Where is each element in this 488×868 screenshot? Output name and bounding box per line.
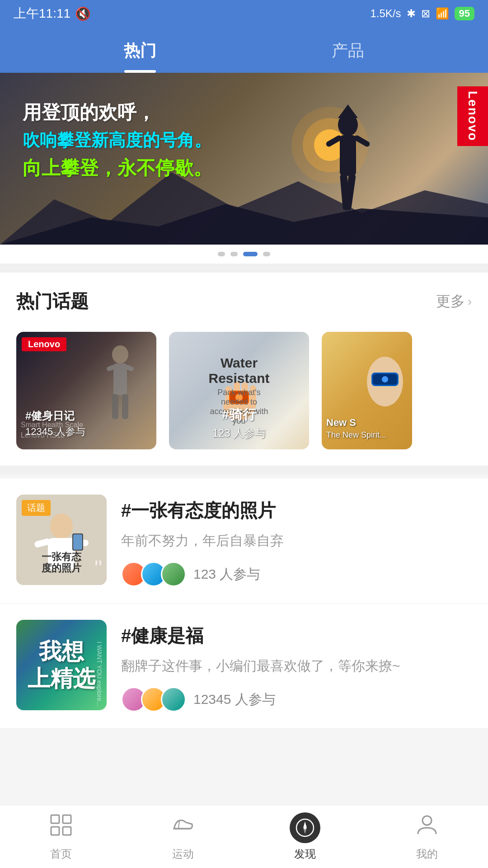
card1-count: 12345 人参与 [25,425,85,439]
person-silhouette [307,100,389,245]
avatar-3 [161,561,186,587]
svg-point-28 [382,376,388,382]
fitness-person-icon [93,341,147,431]
time-display: 上午11:11 [14,5,70,22]
svg-rect-14 [112,394,118,419]
nav-label-sport: 运动 [172,847,194,861]
avatar-6 [161,687,186,712]
svg-rect-11 [113,363,127,395]
card3-new-text: New SThe New Spirit... [326,417,386,440]
card2-count: 123 人参与 [212,426,266,440]
topic-card-new[interactable]: New SThe New Spirit... [322,332,412,449]
thumb-2-main-text: 我想上精选 [28,638,95,692]
topic-info-2: #健康是福 翻牌子这件事，小编们最喜欢做了，等你来撩~ 12345 人参与 [121,620,472,712]
horizontal-topic-scroll[interactable]: Lenovo Smart Health ScaleLenovo HS10 #健身… [0,323,488,466]
home-icon [48,812,74,843]
banner-container: 用登顶的欢呼， 吹响攀登新高度的号角。 向上攀登，永不停歇。 Lenovo [0,73,488,264]
status-right: 1.5K/s ✱ ⊠ 📶 95 [370,7,474,20]
nav-item-home[interactable]: 首页 [0,812,122,861]
svg-rect-35 [73,534,82,550]
bottom-nav: 首页 运动 发现 [0,805,488,868]
wifi-icon: 📶 [436,7,449,20]
svg-point-46 [422,816,432,825]
topic-meta-2: 12345 人参与 [121,687,472,712]
svg-rect-15 [122,394,128,419]
dot-4 [263,252,270,256]
nav-label-mine: 我的 [416,847,438,861]
svg-point-10 [112,345,128,363]
topic-card-cycling[interactable]: Water Resistant Pack what's needed to ac… [169,332,309,449]
topic-card-fitness[interactable]: Lenovo Smart Health ScaleLenovo HS10 #健身… [16,332,156,449]
network-speed: 1.5K/s [370,7,401,20]
divider-2 [0,466,488,475]
nav-item-mine[interactable]: 我的 [366,812,488,861]
avatar-group-2 [121,687,186,712]
message-icon: ⊠ [421,7,430,20]
svg-text:度的照片: 度的照片 [41,562,82,574]
topic-title-1: #一张有态度的照片 [121,498,472,523]
banner-dots [0,245,488,264]
card2-bottom: #骑行 123 人参与 [212,406,266,440]
mine-icon [414,812,440,843]
svg-point-30 [50,514,73,539]
thumb-topic-label: 话题 [22,500,51,516]
svg-rect-4 [340,135,356,176]
thumb-2-sub-text: I WANT YOU explore... [96,642,103,707]
svg-rect-40 [51,827,59,835]
list-item-1[interactable]: 话题 一张有态 度的照片 " #一张有态度的照片 年前不努力，年后自暴自 [0,478,488,604]
topic-meta-1: 123 人参与 [121,561,472,587]
banner-line3: 向上攀登，永不停歇。 [23,156,212,181]
card2-tag: #骑行 [212,406,266,424]
topic-title-2: #健康是福 [121,623,472,648]
bluetooth-icon: ✱ [407,7,416,20]
banner[interactable]: 用登顶的欢呼， 吹响攀登新高度的号角。 向上攀登，永不停歇。 Lenovo [0,73,488,245]
topic-desc-1: 年前不努力，年后自暴自弃 [121,530,472,551]
card1-overlay: #健身日记 12345 人参与 [25,409,85,439]
wristband-icon [349,350,412,413]
nav-item-sport[interactable]: 运动 [122,812,244,861]
svg-marker-5 [338,104,358,118]
banner-text: 用登顶的欢呼， 吹响攀登新高度的号角。 向上攀登，永不停歇。 [23,100,212,181]
signal-icon: 🔇 [75,6,91,21]
svg-text:一张有态: 一张有态 [42,551,82,562]
thumb-1: 话题 一张有态 度的照片 " [16,495,107,585]
sport-icon [170,812,196,843]
banner-line1: 用登顶的欢呼， [23,100,212,125]
status-left: 上午11:11 🔇 [14,5,91,22]
dot-3 [243,252,258,256]
divider-1 [0,264,488,273]
hot-topics-header: 热门话题 更多 › [0,273,488,323]
svg-rect-41 [63,827,71,835]
lenovo-brand-badge: Lenovo [457,86,488,146]
hot-topics-title: 热门话题 [16,289,89,314]
avatar-group-1 [121,561,186,587]
top-nav: 热门 产品 [0,27,488,73]
list-item-2[interactable]: 我想上精选 I WANT YOU explore... #健康是福 翻牌子这件事… [0,604,488,729]
banner-line2: 吹响攀登新高度的号角。 [23,129,212,152]
nav-label-discover: 发现 [294,847,316,861]
topic-list: 话题 一张有态 度的照片 " #一张有态度的照片 年前不努力，年后自暴自 [0,478,488,729]
participant-count-1: 123 人参与 [193,565,260,584]
svg-rect-38 [51,815,59,823]
quote-icon: " [94,556,102,580]
tab-product[interactable]: 产品 [244,27,452,73]
topic-desc-2: 翻牌子这件事，小编们最喜欢做了，等你来撩~ [121,656,472,676]
chevron-right-icon: › [468,294,472,309]
dot-2 [230,252,238,256]
dot-1 [218,252,225,256]
tab-hot[interactable]: 热门 [36,27,244,73]
bottom-padding [0,729,488,801]
nav-item-discover[interactable]: 发现 [244,812,366,861]
nav-label-home: 首页 [50,847,72,861]
svg-point-45 [304,826,306,829]
water-title: Water Resistant [204,355,274,386]
status-bar: 上午11:11 🔇 1.5K/s ✱ ⊠ 📶 95 [0,0,488,27]
more-button[interactable]: 更多 › [436,292,472,311]
topic-info-1: #一张有态度的照片 年前不努力，年后自暴自弃 123 人参与 [121,495,472,587]
card-lenovo-badge: Lenovo [22,337,66,351]
card1-tag: #健身日记 [25,409,85,423]
participant-count-2: 12345 人参与 [193,690,276,709]
discover-icon [290,812,320,843]
thumb-2: 我想上精选 I WANT YOU explore... [16,620,107,710]
battery-display: 95 [455,7,474,20]
